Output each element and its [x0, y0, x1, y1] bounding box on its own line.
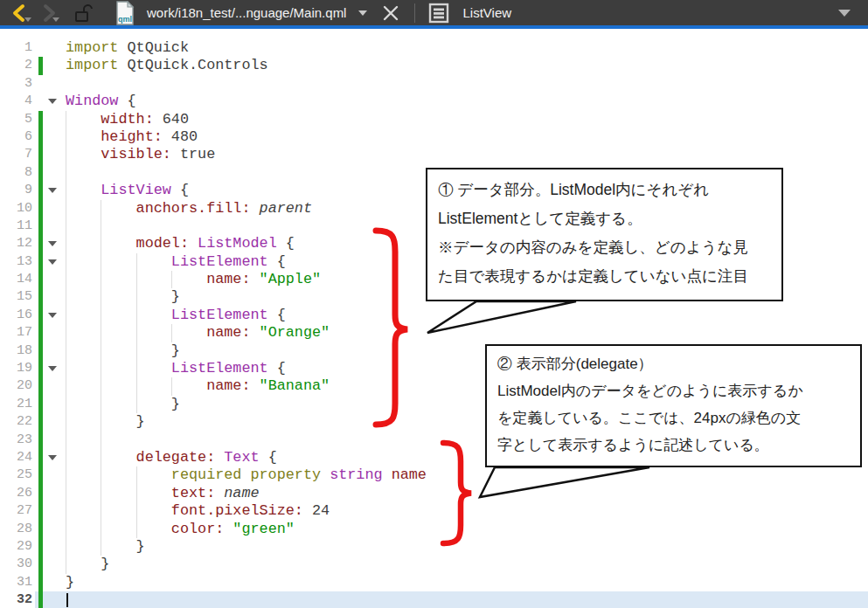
code-text[interactable] [66, 591, 868, 608]
code-editor[interactable]: 1import QtQuick2import QtQuick.Controls3… [0, 32, 868, 608]
fold-caret-icon[interactable] [48, 259, 57, 265]
code-text[interactable]: import QtQuick.Controls [66, 57, 868, 74]
code-text[interactable]: Window { [66, 93, 868, 110]
code-row[interactable]: 28color: "green" [0, 521, 868, 538]
code-text[interactable]: ListElement { [66, 307, 868, 324]
fold-column [43, 146, 66, 163]
code-row[interactable]: 17name: "Orange" [0, 324, 868, 342]
line-number: 32 [0, 591, 35, 608]
editor-toolbar: qml work/i18n_test/...nguage/Main.qml Li… [0, 0, 868, 29]
fold-column [43, 413, 66, 431]
fold-caret-icon[interactable] [48, 188, 57, 193]
code-row[interactable]: 4Window { [0, 93, 868, 110]
code-row[interactable]: 1import QtQuick [0, 39, 868, 57]
code-row[interactable]: 31} [0, 574, 868, 591]
code-text[interactable]: required property string name [66, 466, 868, 484]
fold-caret-icon[interactable] [48, 455, 57, 460]
line-number: 8 [0, 164, 35, 182]
back-caret-icon [24, 17, 31, 22]
line-number: 3 [0, 75, 35, 93]
fold-column[interactable] [43, 253, 66, 271]
fold-column[interactable] [43, 449, 66, 466]
code-text[interactable]: color: "green" [66, 521, 868, 538]
code-text[interactable]: visible: true [66, 146, 868, 163]
close-document-button[interactable] [379, 2, 402, 24]
ide-window: qml work/i18n_test/...nguage/Main.qml Li… [0, 0, 868, 608]
close-icon [382, 4, 399, 22]
code-row[interactable]: 5width: 640 [0, 111, 868, 128]
forward-caret-icon [52, 17, 59, 22]
fold-column [43, 164, 66, 182]
code-row[interactable]: 16ListElement { [0, 307, 868, 324]
code-text[interactable]: import QtQuick [66, 39, 868, 57]
line-number: 14 [0, 271, 35, 288]
code-row[interactable]: 6height: 480 [0, 128, 868, 146]
code-row[interactable]: 32 [0, 591, 868, 608]
code-text[interactable]: text: name [66, 485, 868, 502]
line-number: 19 [0, 360, 35, 377]
code-row[interactable]: 25required property string name [0, 466, 868, 484]
code-text[interactable]: } [66, 556, 868, 573]
fold-column [43, 396, 66, 413]
code-row[interactable]: 2import QtQuick.Controls [0, 57, 868, 74]
line-number: 26 [0, 485, 35, 502]
line-number: 28 [0, 521, 35, 538]
fold-caret-icon[interactable] [48, 366, 57, 371]
code-text[interactable]: } [66, 574, 868, 591]
line-number: 15 [0, 288, 35, 306]
symbol-button[interactable] [427, 2, 450, 24]
fold-column [43, 200, 66, 218]
back-button[interactable] [9, 2, 31, 24]
symbol-name[interactable]: ListView [462, 5, 511, 20]
fold-column[interactable] [43, 307, 66, 324]
code-row[interactable]: 7visible: true [0, 146, 868, 163]
code-row[interactable]: 3 [0, 75, 868, 93]
file-type-button: qml [114, 2, 136, 24]
line-number: 13 [0, 253, 35, 271]
line-number: 29 [0, 538, 35, 556]
fold-column [43, 432, 66, 449]
fold-column[interactable] [43, 182, 66, 199]
code-row[interactable]: 27font.pixelSize: 24 [0, 502, 868, 520]
line-number: 16 [0, 307, 35, 324]
lock-button[interactable] [72, 2, 94, 24]
line-number: 11 [0, 218, 35, 235]
toolbar-separator [414, 3, 415, 23]
forward-button[interactable] [37, 2, 59, 24]
line-number: 7 [0, 146, 35, 163]
line-number: 9 [0, 182, 35, 199]
code-row[interactable]: 30} [0, 556, 868, 573]
line-number: 31 [0, 574, 35, 591]
fold-caret-icon[interactable] [48, 313, 57, 318]
breadcrumb-caret-icon[interactable] [358, 10, 367, 16]
code-text[interactable]: font.pixelSize: 24 [66, 502, 868, 520]
fold-column [43, 521, 66, 538]
code-text[interactable]: width: 640 [66, 111, 868, 128]
code-text[interactable]: } [66, 538, 868, 556]
line-number: 24 [0, 449, 35, 466]
line-number: 20 [0, 377, 35, 395]
code-text[interactable] [66, 75, 868, 93]
code-text[interactable]: height: 480 [66, 128, 868, 146]
fold-column[interactable] [43, 235, 66, 252]
breadcrumb[interactable]: work/i18n_test/...nguage/Main.qml [147, 5, 346, 20]
code-text[interactable]: name: "Orange" [66, 324, 868, 342]
code-row[interactable]: 26text: name [0, 485, 868, 502]
line-number: 12 [0, 235, 35, 252]
fold-caret-icon[interactable] [48, 241, 57, 246]
code-row[interactable]: 29} [0, 538, 868, 556]
line-number: 6 [0, 128, 35, 146]
fold-column [43, 57, 66, 74]
outline-caret-icon[interactable] [838, 10, 851, 17]
fold-column [43, 75, 66, 93]
fold-column[interactable] [43, 93, 66, 110]
fold-column [43, 466, 66, 484]
fold-column [43, 39, 66, 57]
fold-column [43, 271, 66, 288]
fold-column[interactable] [43, 360, 66, 377]
fold-column [43, 111, 66, 128]
fold-caret-icon[interactable] [48, 99, 57, 104]
fold-column [43, 556, 66, 573]
line-number: 27 [0, 502, 35, 520]
fold-column [43, 324, 66, 342]
